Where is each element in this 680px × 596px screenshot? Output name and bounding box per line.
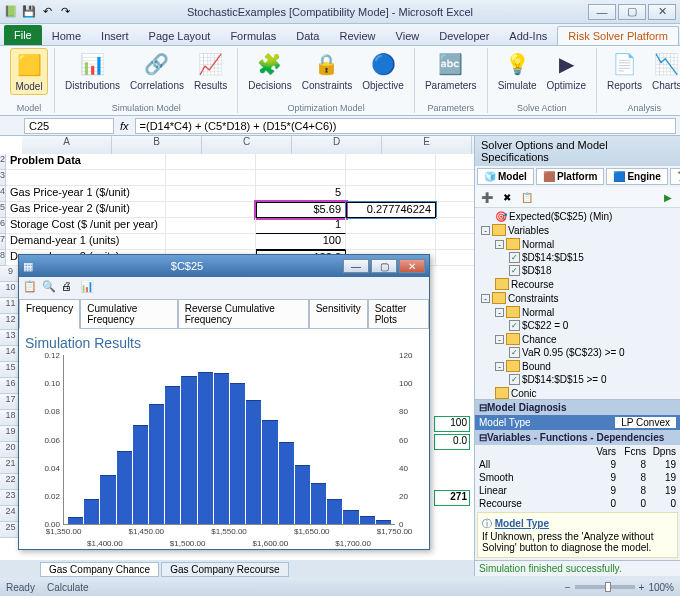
cell[interactable]: Storage Cost ($ /unit per year) [6, 218, 166, 234]
cell[interactable] [6, 170, 166, 186]
col-header[interactable]: E [382, 136, 472, 154]
cell[interactable] [436, 170, 474, 186]
copy-icon[interactable]: 📋 [519, 189, 535, 205]
cell[interactable]: Gas Price-year 1 ($/unit) [6, 186, 166, 202]
cell[interactable] [166, 218, 256, 234]
tree-node[interactable]: Recourse [477, 277, 678, 291]
tree-node[interactable]: ✓$C$22 = 0 [477, 319, 678, 332]
cell[interactable]: Gas Price-year 2 ($/unit) [6, 202, 166, 218]
optimize-button[interactable]: ▶Optimize [543, 48, 590, 93]
cell[interactable] [346, 186, 436, 202]
tab-review[interactable]: Review [329, 27, 385, 45]
zoom-out-icon[interactable]: − [565, 582, 571, 593]
tree-node[interactable]: ✓$D$14:$D$15 [477, 251, 678, 264]
decisions-button[interactable]: 🧩Decisions [244, 48, 295, 93]
charts-button[interactable]: 📉Charts [648, 48, 680, 93]
cell[interactable] [166, 154, 256, 170]
cell[interactable] [256, 154, 346, 170]
tree-node[interactable]: Conic [477, 386, 678, 399]
solver-tab-model[interactable]: 🧊Model [477, 168, 534, 185]
tab-risk-solver[interactable]: Risk Solver Platform [557, 26, 679, 45]
solver-tab-engine[interactable]: 🟦Engine [606, 168, 667, 185]
minimize-icon[interactable]: — [588, 4, 616, 20]
distributions-button[interactable]: 📊Distributions [61, 48, 124, 93]
toolbar-icon[interactable]: 📊 [80, 280, 96, 296]
sheet-tab[interactable]: Gas Company Recourse [161, 562, 289, 577]
undo-icon[interactable]: ↶ [40, 5, 54, 19]
col-header[interactable]: B [112, 136, 202, 154]
cell[interactable]: 100 [256, 234, 346, 250]
tree-node[interactable]: -Normal [477, 237, 678, 251]
fx-icon[interactable]: fx [114, 120, 135, 132]
maximize-icon[interactable]: ▢ [371, 259, 397, 273]
tab-view[interactable]: View [386, 27, 430, 45]
maximize-icon[interactable]: ▢ [618, 4, 646, 20]
tab-addins[interactable]: Add-Ins [499, 27, 557, 45]
cell[interactable] [166, 202, 256, 218]
cell[interactable] [436, 202, 474, 218]
correlations-button[interactable]: 🔗Correlations [126, 48, 188, 93]
constraints-button[interactable]: 🔒Constraints [298, 48, 357, 93]
chart-window[interactable]: ▦ $C$25 — ▢ ✕ 📋 🔍 🖨 📊 Frequency Cumulati… [18, 254, 430, 550]
cell[interactable] [166, 170, 256, 186]
simulate-button[interactable]: 💡Simulate [494, 48, 541, 93]
cell[interactable]: Problem Data [6, 154, 166, 170]
redo-icon[interactable]: ↷ [58, 5, 72, 19]
add-icon[interactable]: ➕ [479, 189, 495, 205]
tab-data[interactable]: Data [286, 27, 329, 45]
cell[interactable] [436, 154, 474, 170]
cell[interactable]: Demand-year 1 (units) [6, 234, 166, 250]
save-icon[interactable]: 💾 [22, 5, 36, 19]
cell[interactable] [436, 186, 474, 202]
delete-icon[interactable]: ✖ [499, 189, 515, 205]
results-button[interactable]: 📈Results [190, 48, 231, 93]
cell[interactable] [166, 234, 256, 250]
cell[interactable]: 5 [256, 186, 346, 202]
name-box[interactable]: C25 [24, 118, 114, 134]
chart-tab-frequency[interactable]: Frequency [19, 299, 80, 329]
tree-node[interactable]: 🎯Expected($C$25) (Min) [477, 210, 678, 223]
cell[interactable] [346, 234, 436, 250]
solver-tab-output[interactable]: 📜Output [670, 168, 680, 185]
tab-pagelayout[interactable]: Page Layout [139, 27, 221, 45]
minimize-icon[interactable]: — [343, 259, 369, 273]
solver-tab-platform[interactable]: 🟫Platform [536, 168, 605, 185]
model-button[interactable]: 🟨Model [10, 48, 48, 95]
tab-formulas[interactable]: Formulas [220, 27, 286, 45]
chart-tab-revcumfreq[interactable]: Reverse Cumulative Frequency [178, 299, 309, 329]
tree-node[interactable]: ✓$D$14:$D$15 >= 0 [477, 373, 678, 386]
tree-node[interactable]: -Constraints [477, 291, 678, 305]
chart-tab-sensitivity[interactable]: Sensitivity [309, 299, 368, 329]
objective-button[interactable]: 🔵Objective [358, 48, 408, 93]
reports-button[interactable]: 📄Reports [603, 48, 646, 93]
tree-node[interactable]: ✓VaR 0.95 ($C$23) >= 0 [477, 346, 678, 359]
cell[interactable] [346, 170, 436, 186]
tab-insert[interactable]: Insert [91, 27, 139, 45]
cell[interactable]: 1 [256, 218, 346, 234]
toolbar-icon[interactable]: 🔍 [42, 280, 58, 296]
cell[interactable] [256, 170, 346, 186]
tree-node[interactable]: -Variables [477, 223, 678, 237]
tree-node[interactable]: -Bound [477, 359, 678, 373]
tab-home[interactable]: Home [42, 27, 91, 45]
col-header[interactable]: A [22, 136, 112, 154]
col-header[interactable]: C [202, 136, 292, 154]
cell[interactable] [166, 186, 256, 202]
zoom-in-icon[interactable]: + [639, 582, 645, 593]
cell[interactable] [436, 250, 474, 266]
cell[interactable]: $5.69 [256, 202, 346, 218]
tab-file[interactable]: File [4, 25, 42, 45]
tree-node[interactable]: -Chance [477, 332, 678, 346]
parameters-button[interactable]: 🔤Parameters [421, 48, 481, 93]
cell[interactable] [346, 218, 436, 234]
col-header[interactable]: D [292, 136, 382, 154]
tree-node[interactable]: ✓$D$18 [477, 264, 678, 277]
toolbar-icon[interactable]: 📋 [23, 280, 39, 296]
chart-tab-scatter[interactable]: Scatter Plots [368, 299, 429, 329]
formula-input[interactable]: =(D14*C4) + (C5*D18) + (D15*(C4+C6)) [135, 118, 676, 134]
cell[interactable] [346, 154, 436, 170]
play-icon[interactable]: ▶ [660, 189, 676, 205]
close-icon[interactable]: ✕ [648, 4, 676, 20]
cell[interactable] [436, 218, 474, 234]
cell[interactable]: 0.277746224 [346, 202, 436, 218]
